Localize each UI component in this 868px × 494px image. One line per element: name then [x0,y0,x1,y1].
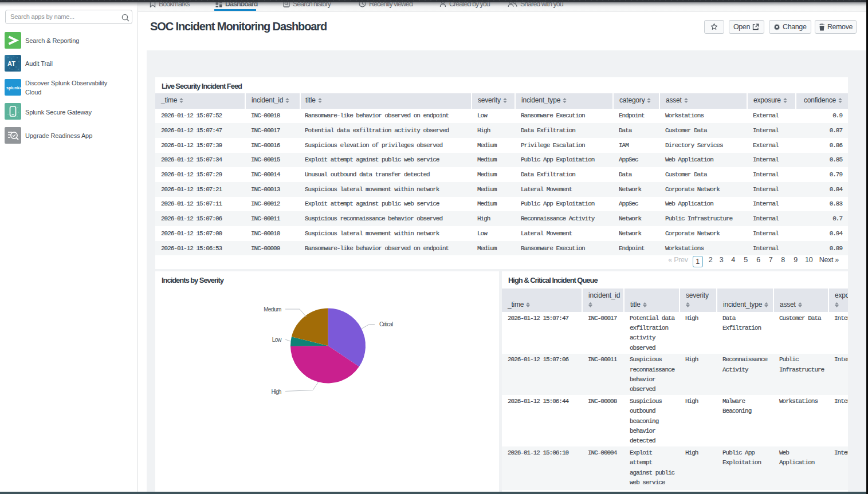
svg-text:High: High [272,389,281,395]
svg-text:splunk>: splunk> [6,86,21,90]
svg-text:Low: Low [272,337,282,343]
svg-text:Critical: Critical [379,321,393,327]
svg-text:AT: AT [7,60,15,67]
svg-text:Medium: Medium [264,306,281,313]
